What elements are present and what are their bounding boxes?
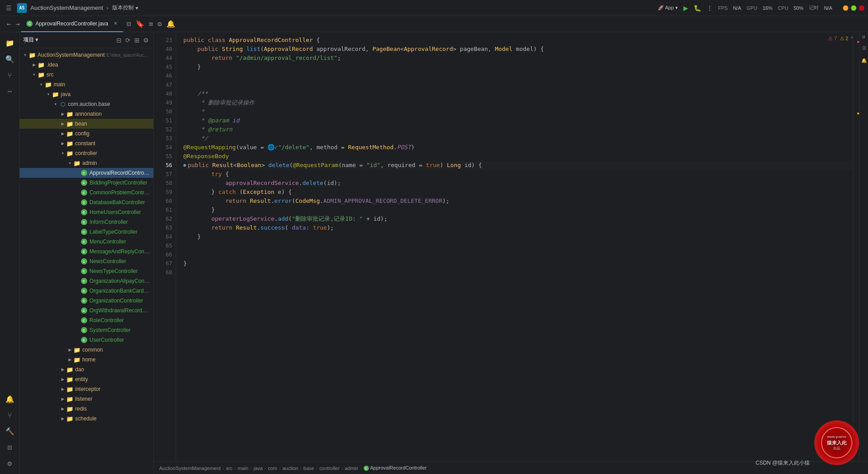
tree-item-system[interactable]: C SystemController — [20, 325, 153, 335]
app-menu[interactable]: 🚀 App ▾ — [658, 5, 678, 11]
tree-item-schedule[interactable]: ▶ 📁 schedule — [20, 414, 153, 424]
tree-item-common[interactable]: ▶ 📁 common — [20, 345, 153, 355]
run-button[interactable]: ▶ — [683, 4, 688, 12]
filter-icon[interactable]: ⊞ — [133, 36, 140, 45]
build-icon[interactable]: 🔨 — [3, 424, 17, 438]
tree-item-src[interactable]: ▾ 📁 src — [20, 70, 153, 80]
tree-item-idea[interactable]: ▶ 📁 .idea — [20, 60, 153, 70]
breadcrumb-src[interactable]: src — [226, 466, 233, 471]
tree-item-news[interactable]: C NewsController — [20, 256, 153, 266]
tree-item-entity[interactable]: ▶ 📁 entity — [20, 374, 153, 384]
tree-item-org[interactable]: C OrganizationController — [20, 296, 153, 306]
tree-item-main[interactable]: ▾ 📁 main — [20, 80, 153, 89]
tree-item-bidding[interactable]: C BiddingProjectController — [20, 178, 153, 188]
breadcrumb-java[interactable]: java — [254, 466, 263, 471]
tree-item-labeltype[interactable]: C LabelTypeController — [20, 227, 153, 237]
code-line-48: /** — [183, 89, 853, 98]
sidebar-bottom-icons: 🔔 ⑂ 🔨 ⊡ ⚙ — [3, 392, 17, 474]
tree-root[interactable]: ▾ 📁 AuctionSystemManagement E:\idea_spac… — [20, 50, 153, 60]
breadcrumb-base[interactable]: base — [304, 466, 314, 471]
breadcrumb-main[interactable]: main — [238, 466, 249, 471]
tree-item-controller[interactable]: ▾ 📁 controller — [20, 148, 153, 158]
scrollbar-area[interactable] — [853, 32, 859, 461]
tree-item-user[interactable]: C UserController — [20, 335, 153, 345]
system-label: SystemController — [89, 327, 131, 333]
tab-approval-record-controller[interactable]: C ApprovalRecordController.java ✕ — [21, 16, 123, 32]
tree-item-java[interactable]: ▾ 📁 java — [20, 89, 153, 99]
orgbankcard-icon: C — [80, 287, 88, 294]
gear-icon[interactable]: ⚙ — [142, 36, 150, 45]
more-icon[interactable]: ⋯ — [3, 84, 17, 98]
minimize-button[interactable] — [843, 5, 848, 11]
tree-item-annonation[interactable]: ▶ 📁 annonation — [20, 109, 153, 119]
code-editor[interactable]: public class ApprovalRecordController { … — [176, 32, 853, 461]
tree-item-databasebak[interactable]: C DatabaseBakController — [20, 197, 153, 207]
breadcrumb-project[interactable]: AuctionSystemManagement — [159, 466, 221, 471]
ln-54: 54 — [154, 143, 172, 152]
more-tabs-icon[interactable]: ≡ — [148, 20, 155, 28]
debug-button[interactable]: 🐛 — [694, 4, 701, 12]
title-bar-right: 🚀 App ▾ ▶ 🐛 ⋮ FPS N/A GPU 16% CPU 50% 记时… — [658, 4, 864, 12]
tree-item-admin[interactable]: ▾ 📁 admin — [20, 158, 153, 168]
sync-icon[interactable]: ⟳ — [124, 36, 131, 45]
git-icon[interactable]: ⑂ — [3, 408, 17, 422]
bookmark-icon[interactable]: 🔖 — [134, 20, 146, 28]
tree-item-package[interactable]: ▾ ⬡ com.auction.base — [20, 99, 153, 109]
breadcrumb-com[interactable]: com — [268, 466, 277, 471]
tree-item-orgalipay[interactable]: C OrganizationAlipayContro... — [20, 276, 153, 286]
tab-settings-icon[interactable]: ⚙ — [156, 20, 163, 28]
right-panel-icon-3[interactable]: 🔔 — [861, 58, 866, 63]
breadcrumb-file[interactable]: CApprovalRecordController — [364, 465, 427, 471]
right-panel-icon-2[interactable]: ☰ — [861, 46, 866, 50]
vcs-icon[interactable]: ⑂ — [3, 68, 17, 82]
project-name[interactable]: AuctionSystemManagement — [30, 4, 103, 11]
listener-label: listener — [75, 396, 93, 402]
panel-header: 项目 ▾ ⊟ ⟳ ⊞ ⚙ — [20, 32, 153, 48]
tab-nav-forward[interactable]: → — [14, 20, 21, 28]
tree-item-menu[interactable]: C MenuController — [20, 237, 153, 247]
tree-item-approval-record-controller[interactable]: C ApprovalRecordController — [20, 168, 153, 178]
right-panel-icon-1[interactable]: m — [861, 36, 866, 38]
close-button[interactable] — [859, 5, 864, 11]
breadcrumb-auction[interactable]: auction — [282, 466, 298, 471]
menu-icon[interactable]: ☰ — [4, 3, 13, 13]
panel-title[interactable]: 项目 ▾ — [23, 36, 38, 44]
tree-item-constant[interactable]: ▶ 📁 constant — [20, 138, 153, 148]
tree-item-interceptor[interactable]: ▶ 📁 interceptor — [20, 384, 153, 394]
tree-item-commonproblem[interactable]: C CommonProblemController — [20, 188, 153, 197]
ln-61: 61 — [154, 206, 172, 214]
version-control-button[interactable]: 版本控制 ▾ — [112, 4, 138, 12]
breadcrumb-admin[interactable]: admin — [345, 466, 358, 471]
project-icon[interactable]: 📁 — [3, 36, 17, 50]
notifications-side-icon[interactable]: 🔔 — [3, 392, 17, 406]
tree-item-inform[interactable]: C InformController — [20, 217, 153, 227]
tab-close-icon[interactable]: ✕ — [114, 21, 118, 26]
common-folder-icon: 📁 — [73, 346, 80, 353]
src-label: src — [47, 71, 54, 78]
tree-item-listener[interactable]: ▶ 📁 listener — [20, 394, 153, 404]
tree-item-newstype[interactable]: C NewsTypeController — [20, 266, 153, 276]
terminal-icon[interactable]: ⊡ — [3, 440, 17, 454]
settings-side-icon[interactable]: ⚙ — [3, 456, 17, 470]
tree-item-orgwithdrawal[interactable]: C OrgWithdrawalRecordCon... — [20, 306, 153, 315]
tab-nav-back[interactable]: ← — [5, 20, 13, 28]
code-line-57: try { — [183, 170, 853, 179]
breadcrumb-controller[interactable]: controller — [319, 466, 339, 471]
tree-item-homeusers[interactable]: C HomeUsersController — [20, 207, 153, 217]
maximize-button[interactable] — [851, 5, 856, 11]
tree-item-dao[interactable]: ▶ 📁 dao — [20, 365, 153, 374]
tree-item-home[interactable]: ▶ 📁 home — [20, 355, 153, 365]
file-structure-icon[interactable]: ⊟ — [125, 20, 132, 28]
tab-nav-left: ← → — [5, 20, 21, 28]
collapse-all-icon[interactable]: ⊟ — [115, 36, 123, 45]
tree-item-role[interactable]: C RoleController — [20, 315, 153, 325]
tree-item-messagereply[interactable]: C MessageAndReplyControlle... — [20, 247, 153, 256]
notifications-icon[interactable]: 🔔 — [165, 20, 177, 28]
tree-item-config[interactable]: ▶ 📁 config — [20, 129, 153, 138]
tree-item-bean[interactable]: ▶ 📁 bean — [20, 119, 153, 129]
find-icon[interactable]: 🔍 — [3, 52, 17, 66]
redis-label: redis — [75, 406, 87, 412]
more-actions[interactable]: ⋮ — [707, 4, 713, 12]
tree-item-redis[interactable]: ▶ 📁 redis — [20, 404, 153, 414]
tree-item-orgbankcard[interactable]: C OrganizationBankCardC... — [20, 286, 153, 296]
